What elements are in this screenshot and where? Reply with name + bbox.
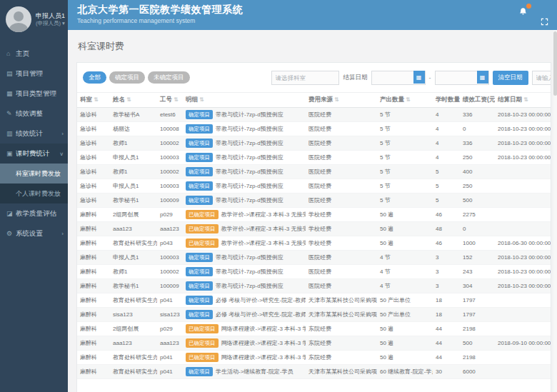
table-row: 麻醉科教师1100002确定项目带教与统计-7zp-d预授例应医院经费4 节32… [77, 265, 551, 279]
output-cell: 50 遍 [377, 222, 433, 236]
sort-icon[interactable]: ⇅ [174, 96, 179, 103]
source-cell: 东院经费 [306, 351, 377, 365]
clear-date-button[interactable]: 清空日期 [493, 71, 528, 85]
table-row: 急诊科教师1100002确定项目带教与统计-7zp-d预授例应医院经费5 节43… [77, 136, 551, 151]
table-row: 麻醉科教育处科研实生办公室Ap041确定项目学生活动->继续教育-院定-学员天津… [77, 365, 551, 379]
user-role-dropdown[interactable]: (申报人员) ▾ [36, 20, 64, 26]
scrollbar-thumb[interactable] [553, 31, 557, 96]
calendar-icon[interactable]: ▦ [413, 71, 425, 84]
detail-text: 带教与统计-7zp-d预授例应 [216, 154, 283, 161]
sort-icon[interactable]: ⇅ [94, 96, 99, 103]
name-cell: 教育处科研实生办公室A [110, 365, 157, 379]
id-cell: p029 [157, 208, 183, 222]
dept-cell: 麻醉科 [77, 236, 110, 251]
confirm-project-button[interactable]: 确定项目 [186, 281, 213, 291]
confirm-project-button[interactable]: 确定项目 [186, 110, 213, 119]
source-cell: 医院经费 [306, 265, 377, 279]
sidebar-item-performance-adjust[interactable]: ✎绩效调整 [0, 104, 68, 124]
grid-icon: ▦ [6, 90, 16, 97]
filter-pill-2[interactable]: 未确定项目 [148, 71, 190, 84]
detail-text: 带教与统计-7zp-d预授例应 [216, 268, 283, 275]
table-row: 急诊科申报人员1100003确定项目带教与统计-7zp-d预授例应医院经费5 节… [77, 151, 551, 165]
confirmed-project-badge[interactable]: 已确定项目 [186, 324, 219, 333]
filter-pill-0[interactable]: 全部 [83, 71, 106, 84]
confirmed-project-badge[interactable]: 已确定项目 [186, 353, 219, 362]
dept-cell: 麻醉科 [77, 308, 110, 322]
column-label: 科室 [80, 96, 92, 103]
sidebar-item-class-fee-stats[interactable]: ▣课时费统计∨ [0, 144, 68, 164]
output-cell: 50 遍 [377, 336, 433, 351]
date-cell [495, 365, 551, 379]
source-cell: 医院经费 [306, 136, 377, 151]
sidebar-item-project-management[interactable]: ▤项目管理 [0, 64, 68, 84]
sort-icon[interactable]: ⇅ [406, 96, 411, 103]
sidebar-item-teaching-quality[interactable]: ◪教学质量评估 [0, 203, 68, 223]
confirm-project-button[interactable]: 确定项目 [186, 124, 213, 134]
sidebar-subitem-dept-class-fee[interactable]: 科室课时费发放 [0, 164, 68, 184]
column-header-detail: 明细⇅ [183, 93, 306, 108]
confirm-project-button[interactable]: 确定项目 [186, 367, 213, 376]
output-cell: 4 节 [377, 279, 433, 293]
hours-cell: 4 [433, 151, 460, 165]
confirm-project-button[interactable]: 确定项目 [186, 153, 213, 162]
date-cell: 2018-10-23 00:00:00 [495, 151, 551, 165]
confirmed-project-badge[interactable]: 已确定项目 [186, 238, 219, 248]
department-select-input[interactable] [271, 71, 339, 85]
column-label: 姓名 [113, 96, 125, 103]
dept-cell: 麻醉科 [77, 293, 110, 308]
sidebar-item-system-settings[interactable]: ⚙系统设置› [0, 223, 68, 243]
salary-cell: 250 [460, 151, 495, 165]
date-cell: 2018-10-23 00:00:00 [495, 279, 551, 293]
confirm-project-button[interactable]: 确定项目 [186, 181, 213, 191]
dept-cell: 急诊科 [77, 108, 110, 122]
top-header: 北京大学第一医院教学绩效管理系统 Teaching performance ma… [68, 0, 557, 30]
table-header-row: 科室⇅姓名⇅工号⇅明细⇅费用来源⇅产出数量⇅学时数量⇅绩效工资(元)⇅结算日期⇅ [77, 93, 551, 108]
sort-icon[interactable]: ⇅ [126, 96, 131, 103]
salary-cell: 250 [460, 179, 495, 194]
output-cell: 5 节 [377, 194, 433, 208]
source-cell: 医院经费 [306, 179, 377, 194]
confirm-project-button[interactable]: 确定项目 [186, 253, 213, 262]
confirm-project-button[interactable]: 确定项目 [186, 139, 213, 148]
output-cell: 5 节 [377, 136, 433, 151]
name-cell: 教育处科研实生办公室A [110, 351, 157, 365]
confirm-project-button[interactable]: 确定项目 [186, 267, 213, 276]
notification-bell-icon[interactable] [517, 6, 528, 17]
calendar-icon[interactable]: ▦ [477, 71, 488, 84]
fullscreen-icon[interactable] [538, 16, 550, 27]
source-cell: 学校经费 [306, 222, 377, 236]
chevron-right-icon: › [61, 231, 64, 236]
confirmed-project-badge[interactable]: 已确定项目 [186, 224, 219, 233]
confirm-project-button[interactable]: 确定项目 [186, 310, 213, 319]
detail-cell: 已确定项目教学评价->课程定-3 本科-3 无接受人 [183, 236, 306, 251]
confirm-project-button[interactable]: 确定项目 [186, 167, 213, 176]
id-cell: p043 [157, 236, 183, 251]
fee-table: 科室⇅姓名⇅工号⇅明细⇅费用来源⇅产出数量⇅学时数量⇅绩效工资(元)⇅结算日期⇅… [77, 92, 551, 379]
sort-icon[interactable]: ⇅ [334, 96, 339, 103]
sort-icon[interactable]: ⇅ [523, 96, 528, 103]
detail-cell: 确定项目带教与统计-7zp-d预授例应 [183, 194, 306, 208]
filter-pill-1[interactable]: 确定项目 [109, 71, 145, 84]
sidebar-item-label: 绩效统计 [16, 129, 43, 139]
confirm-project-button[interactable]: 确定项目 [186, 296, 213, 305]
confirmed-project-badge[interactable]: 已确定项目 [186, 210, 219, 219]
column-label: 学时数量 [436, 96, 460, 103]
table-row: 麻醉科教育处科研实生办公室Ap043已确定项目教学评价->课程定-3 本科-3 … [77, 236, 551, 251]
sidebar-item-project-type-management[interactable]: ▦项目类型管理 [0, 84, 68, 104]
salary-cell: 6000 [460, 365, 495, 379]
date-cell [495, 308, 551, 322]
confirm-project-button[interactable]: 确定项目 [186, 196, 213, 205]
scrollbar[interactable] [553, 30, 557, 392]
date-cell: 2018-10-23 00:00:00 [495, 251, 551, 265]
name-cell: 申报人员1 [110, 151, 157, 165]
output-cell: 5 节 [377, 151, 433, 165]
sidebar: 申报人员1 (申报人员) ▾ ⌂主页▤项目管理▦项目类型管理✎绩效调整▥绩效统计… [0, 0, 68, 392]
sidebar-item-home[interactable]: ⌂主页 [0, 44, 68, 64]
keyword-search-input[interactable] [532, 71, 552, 85]
confirmed-project-badge[interactable]: 已确定项目 [186, 338, 219, 348]
sort-icon[interactable]: ⇅ [199, 96, 204, 103]
source-cell: 医院经费 [306, 108, 377, 122]
sidebar-item-performance-stats[interactable]: ▥绩效统计› [0, 124, 68, 144]
source-cell: 医院经费 [306, 151, 377, 165]
sidebar-subitem-personal-class-fee[interactable]: 个人课时费发放 [0, 184, 68, 203]
